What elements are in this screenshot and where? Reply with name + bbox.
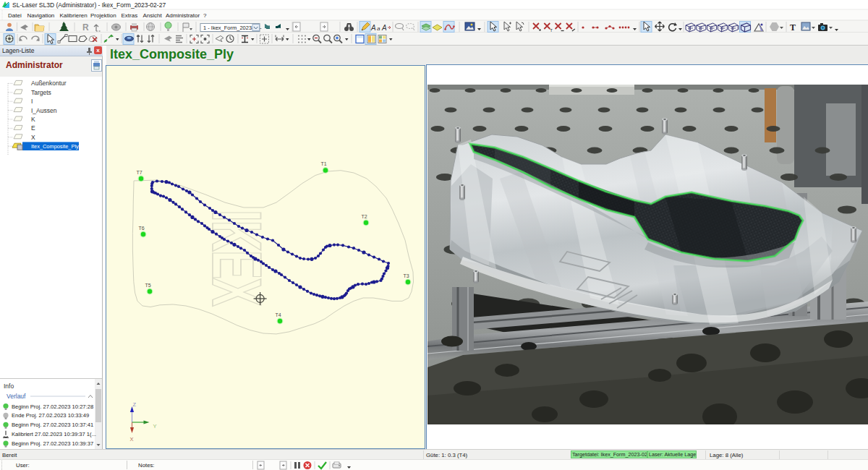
svg-text:Z: Z [133,401,137,408]
svg-text:I_Aussen: I_Aussen [31,107,57,114]
svg-text:T4: T4 [276,312,281,317]
svg-text:Extras: Extras [122,12,138,19]
svg-text:X: X [130,436,134,443]
svg-text:Beginn Proj. 27.02.2023 10:37: Beginn Proj. 27.02.2023 10:37:41 [12,422,93,428]
svg-text:Info: Info [4,383,14,390]
svg-text:T7: T7 [137,170,142,175]
svg-text:T1: T1 [321,161,327,166]
svg-text:IKEX: IKEX [198,210,276,307]
svg-text:T6: T6 [139,226,145,231]
svg-text:Kalibrieren: Kalibrieren [60,12,88,19]
svg-text:T5: T5 [145,283,151,288]
svg-text:Itex_Composite_Ply: Itex_Composite_Ply [31,143,79,150]
svg-text:T2: T2 [362,214,367,219]
svg-text:Navigation: Navigation [27,12,55,19]
svg-text:T3: T3 [404,273,409,278]
svg-text:K: K [31,116,35,123]
svg-text:Ansicht: Ansicht [143,12,163,19]
svg-text:Ende Proj. 27.02.2023 10:33:4: Ende Proj. 27.02.2023 10:33:49 [12,412,89,419]
svg-text:Außenkontur: Außenkontur [31,80,67,87]
svg-text:R: R [82,22,89,33]
svg-text:T: T [550,28,553,33]
svg-text:E: E [31,124,35,132]
svg-text:X: X [31,134,35,141]
svg-text:Administrator: Administrator [166,12,200,19]
svg-text:?: ? [203,12,207,19]
svg-text:Beginn Proj. 27.02.2023 10:39: Beginn Proj. 27.02.2023 10:39:37 [12,440,93,447]
svg-text:A: A [381,24,387,32]
svg-text:Beginn Proj. 27.02.2023 10:27: Beginn Proj. 27.02.2023 10:27:28 [12,403,93,410]
svg-text:Datei: Datei [8,12,22,19]
svg-text:Kalibriert 27.02.2023 10:39:3: Kalibriert 27.02.2023 10:39:37 1(... [12,431,96,437]
svg-text:Projektion: Projektion [90,12,116,19]
svg-text:A: A [370,24,376,32]
svg-text:Verlauf: Verlauf [7,393,26,400]
svg-text:I: I [31,98,33,105]
svg-text:a: a [377,25,380,32]
svg-text:SL-Laser SL3D (Administrator): SL-Laser SL3D (Administrator) - Ikex_For… [12,1,166,9]
svg-text:T: T [790,22,796,33]
svg-text:Y: Y [153,423,157,430]
svg-text:Targets: Targets [31,89,51,96]
